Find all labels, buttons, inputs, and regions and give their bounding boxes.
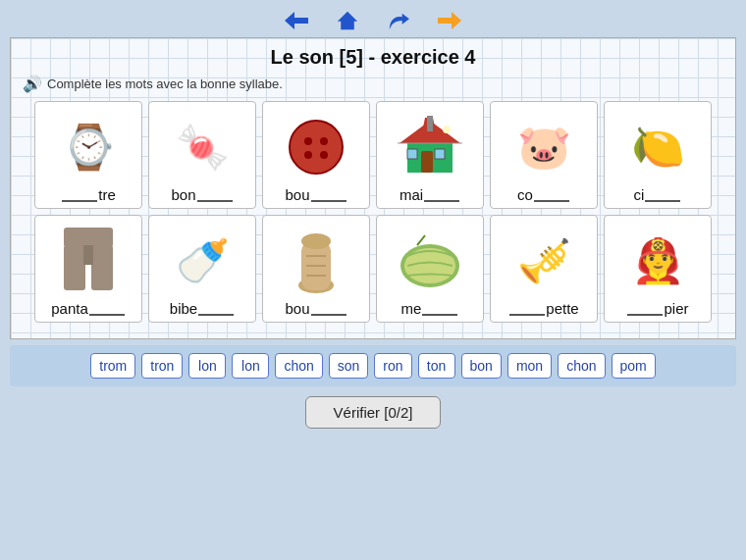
syllable-btn-10[interactable]: chon xyxy=(558,353,605,379)
card-cochon: 🐷 co xyxy=(490,101,598,209)
svg-rect-17 xyxy=(64,228,113,247)
blank-melon[interactable] xyxy=(422,302,457,316)
main-content: Le son [5] - exercice 4 🔊 Complète les m… xyxy=(10,37,736,339)
blank-bonbon[interactable] xyxy=(197,188,233,202)
svg-rect-19 xyxy=(91,245,113,290)
card-img-bouchon xyxy=(277,226,355,296)
card-img-bouton xyxy=(277,112,355,182)
svg-point-23 xyxy=(301,233,331,249)
card-label-cochon: co xyxy=(517,186,570,203)
card-img-trompette: 🎺 xyxy=(505,226,583,296)
card-label-biberon: bibe xyxy=(170,300,235,317)
svg-point-7 xyxy=(320,151,328,159)
card-img-pantalon xyxy=(49,226,128,296)
card-label-maison: mai xyxy=(400,186,460,203)
card-label-montre: tre xyxy=(61,186,116,203)
svg-point-5 xyxy=(320,137,328,145)
svg-rect-18 xyxy=(64,245,85,290)
syllable-btn-0[interactable]: trom xyxy=(90,353,135,379)
svg-point-4 xyxy=(304,137,312,145)
svg-rect-10 xyxy=(421,151,433,173)
blank-citron[interactable] xyxy=(645,188,680,202)
card-img-citron: 🍋 xyxy=(618,112,697,182)
back-button[interactable] xyxy=(283,10,310,31)
syllable-btn-11[interactable]: pom xyxy=(612,353,656,379)
blank-pantalon[interactable] xyxy=(89,302,125,316)
card-pantalon: panta xyxy=(34,215,142,323)
svg-rect-11 xyxy=(435,149,445,159)
svg-marker-2 xyxy=(438,12,461,29)
svg-rect-15 xyxy=(427,116,433,131)
blank-montre[interactable] xyxy=(62,188,97,202)
card-bouchon: bou xyxy=(262,215,370,323)
verify-button[interactable]: Vérifier [0/2] xyxy=(305,396,442,429)
syllable-btn-8[interactable]: bon xyxy=(461,353,502,379)
card-label-citron: ci xyxy=(634,186,682,203)
card-melon: me xyxy=(376,215,484,323)
card-maison: mai xyxy=(376,101,484,209)
cards-row-1: ⌚ tre 🍬 bon bou xyxy=(23,101,723,209)
svg-point-16 xyxy=(443,126,451,133)
syllable-btn-6[interactable]: ron xyxy=(374,353,411,379)
svg-rect-12 xyxy=(407,149,417,159)
blank-trompette[interactable] xyxy=(509,302,545,316)
sound-icon[interactable]: 🔊 xyxy=(23,75,42,93)
blank-bouchon[interactable] xyxy=(311,302,346,316)
card-img-bonbon: 🍬 xyxy=(163,112,241,182)
blank-biberon[interactable] xyxy=(198,302,234,316)
card-img-montre: ⌚ xyxy=(49,112,128,182)
redo-button[interactable] xyxy=(385,10,412,31)
blank-bouton[interactable] xyxy=(311,188,346,202)
card-img-maison xyxy=(391,112,469,182)
svg-marker-0 xyxy=(285,12,308,29)
card-trompette: 🎺 pette xyxy=(490,215,598,323)
svg-point-6 xyxy=(304,151,312,159)
card-bonbon: 🍬 bon xyxy=(148,101,256,209)
card-img-cochon: 🐷 xyxy=(505,112,583,182)
instruction-text: Complète les mots avec la bonne syllabe. xyxy=(47,76,283,91)
syllable-btn-9[interactable]: mon xyxy=(507,353,552,379)
instruction-row: 🔊 Complète les mots avec la bonne syllab… xyxy=(23,75,723,93)
top-navigation xyxy=(0,0,746,37)
card-bouton: bou xyxy=(262,101,370,209)
syllable-btn-5[interactable]: son xyxy=(329,353,369,379)
blank-pompier[interactable] xyxy=(627,302,663,316)
card-img-pompier: 👨‍🚒 xyxy=(618,226,697,296)
syllable-btn-3[interactable]: lon xyxy=(232,353,269,379)
card-img-biberon: 🍼 xyxy=(163,226,241,296)
verify-row: Vérifier [0/2] xyxy=(0,396,746,429)
card-label-melon: me xyxy=(401,300,459,317)
svg-rect-20 xyxy=(83,245,93,265)
card-label-pompier: pier xyxy=(626,300,688,317)
card-pompier: 👨‍🚒 pier xyxy=(604,215,712,323)
exercise-title: Le son [5] - exercice 4 xyxy=(23,46,723,69)
syllable-btn-1[interactable]: tron xyxy=(141,353,183,379)
svg-marker-1 xyxy=(338,12,357,30)
svg-point-3 xyxy=(290,121,343,174)
card-label-bonbon: bon xyxy=(171,186,233,203)
card-label-bouchon: bou xyxy=(285,300,346,317)
syllable-btn-7[interactable]: ton xyxy=(418,353,455,379)
home-button[interactable] xyxy=(334,10,361,31)
card-label-trompette: pette xyxy=(508,300,578,317)
blank-maison[interactable] xyxy=(424,188,459,202)
cards-row-2: panta 🍼 bibe bou xyxy=(23,215,723,323)
syllable-bar: tromtronlonlonchonsonrontonbonmonchonpom xyxy=(10,345,736,386)
blank-cochon[interactable] xyxy=(534,188,569,202)
card-biberon: 🍼 bibe xyxy=(148,215,256,323)
card-label-bouton: bou xyxy=(285,186,346,203)
card-citron: 🍋 ci xyxy=(604,101,712,209)
syllable-btn-4[interactable]: chon xyxy=(275,353,322,379)
card-montre: ⌚ tre xyxy=(34,101,142,209)
card-label-pantalon: panta xyxy=(51,300,126,317)
syllable-btn-2[interactable]: lon xyxy=(188,353,226,379)
forward-button[interactable] xyxy=(436,10,463,31)
card-img-melon xyxy=(391,226,469,296)
